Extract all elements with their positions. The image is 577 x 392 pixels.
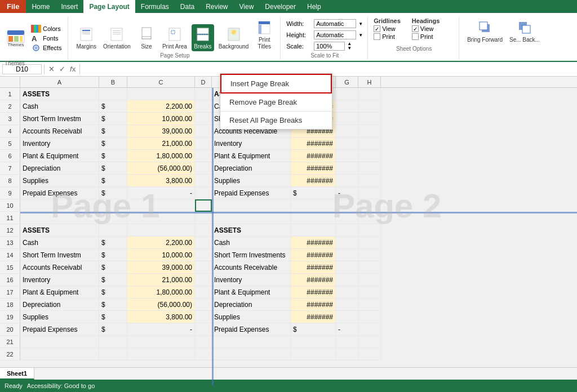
cell-D22[interactable]: [195, 348, 212, 360]
cell-A17[interactable]: Plant & Equipment: [20, 286, 99, 299]
fonts-button[interactable]: A Fonts: [29, 34, 63, 43]
print-area-button[interactable]: Print Area: [160, 24, 189, 51]
gridlines-print-checkbox[interactable]: [374, 33, 380, 40]
cell-C17[interactable]: 1,80,000.00: [127, 286, 195, 299]
cell-G22[interactable]: [336, 348, 358, 360]
cell-A6[interactable]: Plant & Equipment: [20, 150, 99, 162]
cell-E21[interactable]: [212, 336, 291, 348]
insert-function-btn[interactable]: fx: [68, 65, 77, 73]
bring-forward-button[interactable]: Bring Forward: [465, 17, 505, 44]
cell-A10[interactable]: [20, 199, 99, 212]
cell-F6[interactable]: #######: [291, 150, 336, 162]
cell-E20[interactable]: Prepaid Expenses: [212, 323, 291, 336]
cell-H1[interactable]: [358, 88, 381, 100]
cell-D21[interactable]: [195, 336, 212, 348]
cell-C3[interactable]: 10,000.00: [127, 113, 195, 125]
cell-H17[interactable]: [358, 286, 381, 299]
cell-G21[interactable]: [336, 336, 358, 348]
menu-developer[interactable]: Developer: [259, 0, 301, 13]
cell-A2[interactable]: Cash: [20, 100, 99, 113]
cell-A15[interactable]: Accounts Receivabl: [20, 261, 99, 274]
cell-H9[interactable]: [358, 187, 381, 199]
cell-H22[interactable]: [358, 348, 381, 360]
cell-C10[interactable]: [127, 199, 195, 212]
cell-A22[interactable]: [20, 348, 99, 360]
cell-B19[interactable]: $: [99, 311, 127, 323]
col-header-g[interactable]: G: [336, 77, 358, 88]
cell-D4[interactable]: [195, 125, 212, 137]
cell-D20[interactable]: [195, 323, 212, 336]
cell-B21[interactable]: [99, 336, 127, 348]
cell-A11[interactable]: [20, 212, 99, 224]
cell-E14[interactable]: Short Term Investments: [212, 249, 291, 261]
cell-B13[interactable]: $: [99, 237, 127, 249]
width-dropdown-icon[interactable]: ▼: [358, 21, 363, 26]
cell-G1[interactable]: [336, 88, 358, 100]
cell-E16[interactable]: Inventory: [212, 274, 291, 286]
cell-H13[interactable]: [358, 237, 381, 249]
cell-F20[interactable]: $: [291, 323, 336, 336]
cell-G3[interactable]: [336, 113, 358, 125]
cell-E9[interactable]: Prepaid Expenses: [212, 187, 291, 199]
breaks-button[interactable]: Breaks: [192, 24, 214, 51]
cell-F8[interactable]: #######: [291, 175, 336, 187]
cell-C2[interactable]: 2,200.00: [127, 100, 195, 113]
cell-C16[interactable]: 21,000.00: [127, 274, 195, 286]
cell-B6[interactable]: $: [99, 150, 127, 162]
cell-F18[interactable]: #######: [291, 299, 336, 311]
cell-H10[interactable]: [358, 199, 381, 212]
cell-H8[interactable]: [358, 175, 381, 187]
cell-H2[interactable]: [358, 100, 381, 113]
cell-G6[interactable]: [336, 150, 358, 162]
cell-G12[interactable]: [336, 224, 358, 237]
send-backward-button[interactable]: Se... Back...: [507, 17, 542, 44]
cell-C8[interactable]: 3,800.00: [127, 175, 195, 187]
cell-D8[interactable]: [195, 175, 212, 187]
cell-D13[interactable]: [195, 237, 212, 249]
cell-C20[interactable]: -: [127, 323, 195, 336]
cell-B4[interactable]: $: [99, 125, 127, 137]
cell-C5[interactable]: 21,000.00: [127, 137, 195, 150]
cell-C7[interactable]: (56,000.00): [127, 162, 195, 175]
cell-G19[interactable]: [336, 311, 358, 323]
col-header-d[interactable]: D: [195, 77, 212, 88]
themes-button[interactable]: Themes: [5, 27, 27, 50]
cell-D3[interactable]: [195, 113, 212, 125]
cell-C18[interactable]: (56,000.00): [127, 299, 195, 311]
cell-A4[interactable]: Accounts Receivabl: [20, 125, 99, 137]
cell-C14[interactable]: 10,000.00: [127, 249, 195, 261]
cell-E12[interactable]: ASSETS: [212, 224, 291, 237]
col-header-h[interactable]: H: [358, 77, 381, 88]
cell-G18[interactable]: [336, 299, 358, 311]
cell-B5[interactable]: $: [99, 137, 127, 150]
cell-H18[interactable]: [358, 299, 381, 311]
cell-D16[interactable]: [195, 274, 212, 286]
cell-E19[interactable]: Supplies: [212, 311, 291, 323]
cell-C22[interactable]: [127, 348, 195, 360]
cell-F14[interactable]: #######: [291, 249, 336, 261]
cell-H6[interactable]: [358, 150, 381, 162]
height-input[interactable]: [314, 30, 356, 39]
cell-C1[interactable]: [127, 88, 195, 100]
cell-H11[interactable]: [358, 212, 381, 224]
cell-D5[interactable]: [195, 137, 212, 150]
cell-B18[interactable]: $: [99, 299, 127, 311]
headings-view-checkbox[interactable]: [412, 25, 419, 32]
colors-button[interactable]: Colors: [29, 24, 63, 33]
cell-C11[interactable]: [127, 212, 195, 224]
cell-B9[interactable]: $: [99, 187, 127, 199]
cell-H21[interactable]: [358, 336, 381, 348]
cell-D1[interactable]: [195, 88, 212, 100]
cell-G14[interactable]: [336, 249, 358, 261]
cell-G10[interactable]: [336, 199, 358, 212]
menu-formulas[interactable]: Formulas: [135, 0, 175, 13]
col-header-c[interactable]: C: [127, 77, 195, 88]
cell-A14[interactable]: Short Term Investm: [20, 249, 99, 261]
cell-F16[interactable]: #######: [291, 274, 336, 286]
cell-A18[interactable]: Depreciation: [20, 299, 99, 311]
cell-D6[interactable]: [195, 150, 212, 162]
cell-G11[interactable]: [336, 212, 358, 224]
confirm-formula-btn[interactable]: ✓: [57, 65, 67, 73]
cell-G9[interactable]: -: [336, 187, 358, 199]
cell-D11[interactable]: [195, 212, 212, 224]
